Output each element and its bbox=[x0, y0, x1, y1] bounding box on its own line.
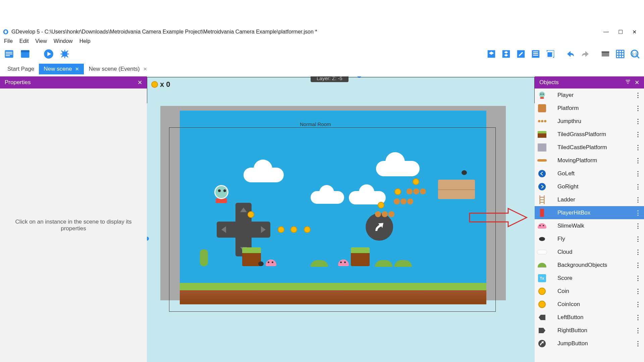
more-icon[interactable]: ⋮ bbox=[635, 314, 641, 321]
object-row-movingplatform[interactable]: MovingPlatform⋮ bbox=[535, 154, 644, 167]
tab-new-scene[interactable]: New scene✕ bbox=[39, 64, 84, 74]
close-icon[interactable]: ✕ bbox=[143, 66, 147, 72]
instances-button[interactable] bbox=[529, 48, 542, 60]
object-name: Jumpthru bbox=[557, 118, 635, 125]
moving-icon bbox=[537, 156, 547, 165]
close-icon[interactable]: ✕ bbox=[138, 79, 142, 86]
close-icon[interactable]: ✕ bbox=[635, 79, 639, 86]
more-icon[interactable]: ⋮ bbox=[635, 275, 641, 282]
close-icon[interactable]: ✕ bbox=[75, 66, 79, 72]
object-row-cloud[interactable]: Cloud⋮ bbox=[535, 245, 644, 258]
objects-header: Objects ✕ bbox=[535, 76, 644, 88]
zoom-fit-button[interactable]: 1:1 bbox=[629, 48, 641, 60]
more-icon[interactable]: ⋮ bbox=[635, 157, 641, 164]
debug-button[interactable] bbox=[58, 48, 71, 60]
undo-button[interactable] bbox=[564, 48, 577, 60]
object-row-coin[interactable]: Coin⋮ bbox=[535, 285, 644, 298]
more-icon[interactable]: ⋮ bbox=[635, 222, 641, 230]
objects-panel: Objects ✕ Player⋮Platform⋮Jumpthru⋮Tiled… bbox=[535, 76, 644, 362]
open-objects-button[interactable] bbox=[485, 48, 498, 60]
svg-line-15 bbox=[67, 51, 68, 52]
castle-icon bbox=[537, 143, 547, 152]
toolbar: 1:1 bbox=[0, 46, 644, 62]
object-row-tiledcastleplatform[interactable]: TiledCastlePlatform⋮ bbox=[535, 141, 644, 154]
object-row-goright[interactable]: GoRight⋮ bbox=[535, 180, 644, 193]
svg-point-34 bbox=[543, 94, 544, 95]
minimize-button[interactable]: — bbox=[603, 29, 609, 35]
object-row-player[interactable]: Player⋮ bbox=[535, 88, 644, 102]
object-name: Cloud bbox=[557, 249, 635, 255]
more-icon[interactable]: ⋮ bbox=[635, 209, 641, 217]
properties-placeholder: Click on an instance in the scene to dis… bbox=[0, 88, 147, 362]
leftbtn-icon bbox=[537, 313, 547, 322]
more-icon[interactable]: ⋮ bbox=[635, 144, 641, 151]
more-icon[interactable]: ⋮ bbox=[635, 248, 641, 256]
menu-window[interactable]: Window bbox=[54, 38, 73, 44]
object-row-jumpbutton[interactable]: JumpButton⋮ bbox=[535, 337, 644, 350]
menu-view[interactable]: View bbox=[35, 38, 47, 44]
object-name: BackgroundObjects bbox=[557, 262, 635, 268]
object-name: TiledCastlePlatform bbox=[557, 144, 635, 151]
tab-start-page[interactable]: Start Page bbox=[3, 64, 39, 74]
more-icon[interactable]: ⋮ bbox=[635, 327, 641, 334]
goright-icon bbox=[537, 182, 547, 191]
tab-new-scene-events[interactable]: New scene (Events)✕ bbox=[84, 64, 152, 74]
more-icon[interactable]: ⋮ bbox=[635, 118, 641, 125]
close-button[interactable]: ✕ bbox=[632, 29, 637, 35]
object-row-goleft[interactable]: GoLeft⋮ bbox=[535, 167, 644, 180]
play-button[interactable] bbox=[42, 48, 55, 60]
more-icon[interactable]: ⋮ bbox=[635, 301, 641, 308]
ladder-icon bbox=[537, 195, 547, 204]
slime-icon bbox=[537, 221, 547, 231]
svg-line-16 bbox=[61, 56, 63, 57]
menu-file[interactable]: File bbox=[4, 38, 13, 44]
object-name: JumpButton bbox=[557, 340, 635, 347]
object-name: CoinIcon bbox=[557, 301, 635, 308]
more-icon[interactable]: ⋮ bbox=[635, 183, 641, 190]
window-title: GDevelop 5 - C:\Users\honkr\Downloads\Me… bbox=[11, 29, 317, 35]
more-icon[interactable]: ⋮ bbox=[635, 261, 641, 269]
more-icon[interactable]: ⋮ bbox=[635, 340, 641, 347]
menu-help[interactable]: Help bbox=[79, 38, 91, 44]
export-button[interactable] bbox=[19, 48, 32, 60]
object-row-ladder[interactable]: Ladder⋮ bbox=[535, 193, 644, 206]
edit-button[interactable] bbox=[515, 48, 527, 60]
object-name: Score bbox=[557, 275, 635, 282]
object-row-platform[interactable]: Platform⋮ bbox=[535, 102, 644, 115]
filter-icon[interactable] bbox=[625, 79, 631, 86]
object-row-tiledgrassplatform[interactable]: TiledGrassPlatform⋮ bbox=[535, 128, 644, 141]
redo-button[interactable] bbox=[579, 48, 592, 60]
object-name: Fly bbox=[557, 236, 635, 242]
selection-handle[interactable] bbox=[147, 237, 149, 241]
main: Properties ✕ Click on an instance in the… bbox=[0, 76, 644, 362]
jumpthru-icon bbox=[537, 117, 547, 126]
project-manager-button[interactable] bbox=[3, 48, 15, 60]
object-name: SlimeWalk bbox=[557, 223, 635, 229]
svg-point-36 bbox=[538, 170, 546, 177]
grid-button[interactable] bbox=[614, 48, 627, 60]
menu-edit[interactable]: Edit bbox=[19, 38, 29, 44]
more-icon[interactable]: ⋮ bbox=[635, 288, 641, 295]
object-row-leftbutton[interactable]: LeftButton⋮ bbox=[535, 311, 644, 324]
open-groups-button[interactable] bbox=[500, 48, 513, 60]
object-row-jumpthru[interactable]: Jumpthru⋮ bbox=[535, 115, 644, 128]
more-icon[interactable]: ⋮ bbox=[635, 196, 641, 203]
zoom-button[interactable] bbox=[599, 48, 612, 60]
object-row-playerhitbox[interactable]: PlayerHitBox⋮ bbox=[535, 206, 644, 219]
annotation-arrow bbox=[468, 207, 528, 229]
more-icon[interactable]: ⋮ bbox=[635, 105, 641, 112]
svg-rect-21 bbox=[533, 52, 538, 53]
object-row-rightbutton[interactable]: RightButton⋮ bbox=[535, 324, 644, 337]
object-row-backgroundobjects[interactable]: BackgroundObjects⋮ bbox=[535, 258, 644, 272]
object-row-coinicon[interactable]: CoinIcon⋮ bbox=[535, 298, 644, 311]
coin-icon bbox=[537, 300, 547, 309]
maximize-button[interactable]: ☐ bbox=[618, 29, 623, 35]
more-icon[interactable]: ⋮ bbox=[635, 131, 641, 138]
object-row-fly[interactable]: Fly⋮ bbox=[535, 232, 644, 245]
layers-button[interactable] bbox=[544, 48, 557, 60]
more-icon[interactable]: ⋮ bbox=[635, 170, 641, 177]
object-row-slimewalk[interactable]: SlimeWalk⋮ bbox=[535, 219, 644, 232]
object-row-score[interactable]: TxScore⋮ bbox=[535, 272, 644, 285]
more-icon[interactable]: ⋮ bbox=[635, 92, 641, 99]
more-icon[interactable]: ⋮ bbox=[635, 235, 641, 243]
